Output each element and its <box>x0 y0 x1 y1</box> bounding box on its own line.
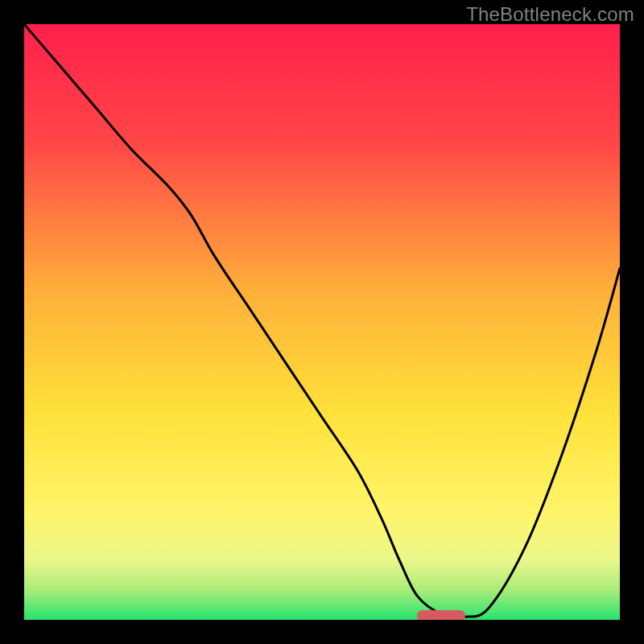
bottleneck-curve <box>24 24 620 620</box>
watermark-text: TheBottleneck.com <box>466 3 634 26</box>
plot-area <box>24 24 620 620</box>
chart-frame: TheBottleneck.com <box>0 0 644 644</box>
optimal-range-marker <box>417 610 464 620</box>
